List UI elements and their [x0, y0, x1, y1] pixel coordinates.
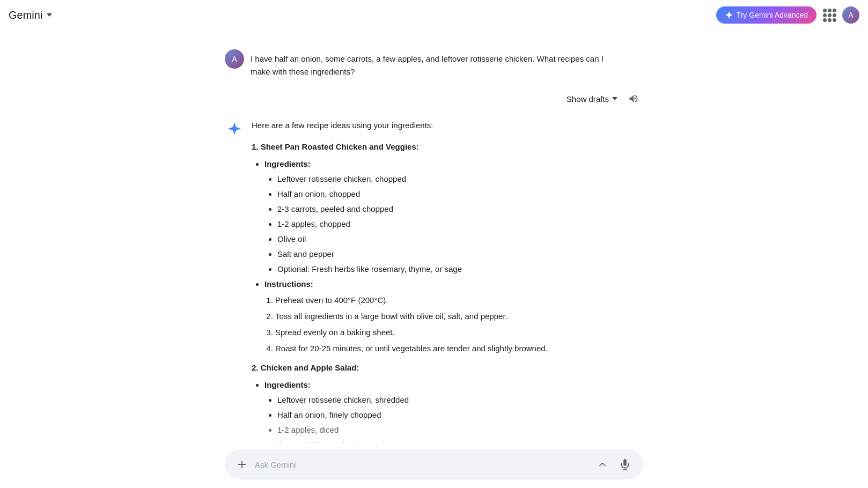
speaker-button[interactable]	[624, 89, 643, 108]
diamond-icon	[725, 11, 733, 19]
instructions-list-1: Preheat oven to 400°F (200°C). Toss all …	[264, 294, 643, 355]
list-item: Half an onion, finely chopped	[277, 409, 643, 422]
ingredients-label-1: Ingredients:	[264, 159, 311, 168]
list-item: Leftover rotisserie chicken, shredded	[277, 394, 643, 406]
list-item: Half an onion, chopped	[277, 188, 643, 201]
gemini-logo: Gemini	[9, 9, 42, 21]
ingredients-list-1: Leftover rotisserie chicken, chopped Hal…	[264, 173, 643, 276]
user-avatar: A	[225, 49, 244, 69]
input-right-actions	[594, 455, 635, 474]
mic-icon	[619, 459, 631, 470]
ask-gemini-input[interactable]	[255, 460, 590, 469]
list-item: Toss all ingredients in a large bowl wit…	[275, 310, 643, 323]
show-drafts-button[interactable]: Show drafts	[567, 94, 617, 103]
try-advanced-button[interactable]: Try Gemini Advanced	[716, 6, 816, 24]
user-message-text: I have half an onion, some carrots, a fe…	[251, 49, 615, 78]
list-item: Salt and pepper	[277, 248, 643, 261]
show-drafts-chevron-icon	[612, 97, 617, 100]
avatar[interactable]: A	[842, 6, 859, 24]
recipe-1-top-list: Ingredients: Leftover rotisserie chicken…	[252, 158, 643, 355]
recipe-1-title: 1. Sheet Pan Roasted Chicken and Veggies…	[252, 141, 643, 153]
try-advanced-label: Try Gemini Advanced	[737, 11, 808, 19]
speaker-icon	[628, 93, 639, 104]
list-item: Roast for 20-25 minutes, or until vegeta…	[275, 342, 643, 355]
response-content: Here are a few recipe ideas using your i…	[252, 119, 643, 470]
header-right: Try Gemini Advanced A	[716, 6, 859, 24]
bottom-bar	[0, 443, 868, 488]
list-item: 1-2 apples, chopped	[277, 218, 643, 231]
list-item: Olive oil	[277, 233, 643, 246]
list-item: Leftover rotisserie chicken, chopped	[277, 173, 643, 186]
show-drafts-label: Show drafts	[567, 94, 609, 103]
main-content: A I have half an onion, some carrots, a …	[225, 30, 643, 488]
list-item: Optional: Fresh herbs like rosemary, thy…	[277, 263, 643, 276]
chevron-down-icon	[47, 13, 52, 17]
response-intro: Here are a few recipe ideas using your i…	[252, 119, 643, 132]
ingredients-label-2: Ingredients:	[264, 380, 311, 389]
input-options-button[interactable]	[594, 456, 611, 473]
microphone-button[interactable]	[615, 455, 635, 474]
action-row: Show drafts	[225, 87, 643, 115]
gemini-version-dropdown[interactable]	[45, 11, 54, 19]
add-content-button[interactable]	[233, 456, 251, 473]
list-item: Ingredients: Leftover rotisserie chicken…	[264, 158, 643, 276]
recipe-2-title: 2. Chicken and Apple Salad:	[252, 361, 643, 374]
input-container	[225, 449, 643, 479]
instructions-label-1: Instructions:	[264, 279, 313, 289]
apps-icon[interactable]	[823, 9, 836, 21]
list-item: Spread evenly on a baking sheet.	[275, 326, 643, 339]
chevron-up-icon	[597, 459, 608, 470]
plus-icon	[236, 459, 248, 470]
user-message: A I have half an onion, some carrots, a …	[225, 41, 643, 87]
list-item: Instructions: Preheat oven to 400°F (200…	[264, 278, 643, 355]
header-left: Gemini	[9, 9, 54, 21]
gemini-response: Here are a few recipe ideas using your i…	[225, 115, 643, 474]
app-header: Gemini Try Gemini Advanced A	[0, 0, 868, 30]
gemini-star-icon	[225, 119, 244, 138]
list-item: 2-3 carrots, peeled and chopped	[277, 203, 643, 216]
list-item: 1-2 apples, diced	[277, 424, 643, 437]
list-item: Preheat oven to 400°F (200°C).	[275, 294, 643, 307]
